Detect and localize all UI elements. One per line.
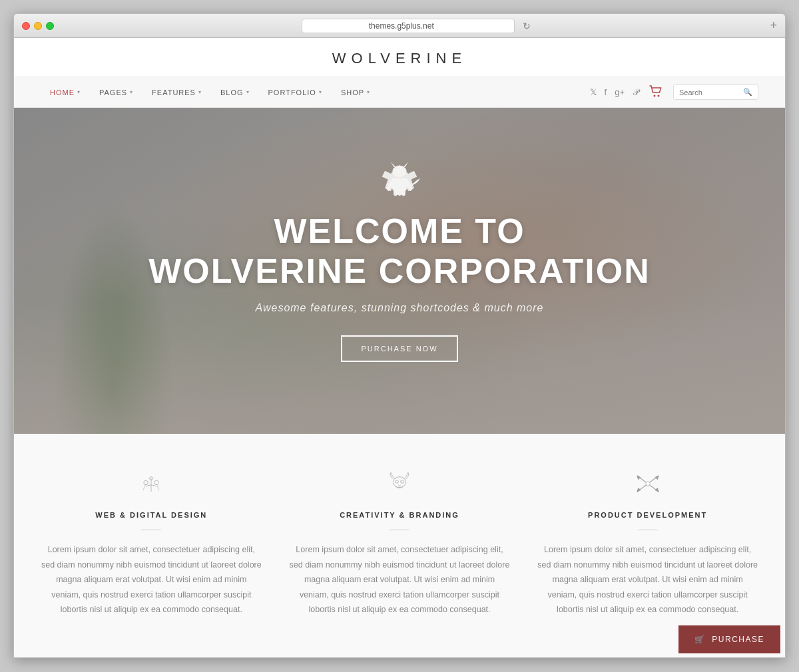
svg-rect-7 xyxy=(402,188,405,196)
browser-window: themes.g5plus.net ↻ + WOLVERINE HOME ▾ P… xyxy=(13,13,786,658)
nav-item-portfolio[interactable]: PORTFOLIO ▾ xyxy=(259,77,332,108)
social-links: 𝕏 f g+ 𝒫 xyxy=(590,87,639,98)
hero-title: WELCOME TO WOLVERINE CORPORATION xyxy=(14,212,785,291)
cart-icon-wrapper[interactable] xyxy=(649,85,663,100)
svg-point-11 xyxy=(393,477,405,488)
svg-point-0 xyxy=(654,94,656,96)
feature-title-web: WEB & DIGITAL DESIGN xyxy=(41,511,262,519)
svg-marker-18 xyxy=(637,488,641,492)
new-tab-button[interactable]: + xyxy=(770,19,777,33)
feature-divider-creativity xyxy=(390,530,409,530)
wolf-icon xyxy=(376,161,423,201)
svg-marker-17 xyxy=(655,476,659,480)
svg-point-20 xyxy=(645,482,649,486)
feature-product-dev: PRODUCT DEVELOPMENT Lorem ipsum dolor si… xyxy=(537,467,758,617)
web-design-icon xyxy=(41,467,262,500)
svg-point-5 xyxy=(396,172,403,177)
purchase-button[interactable]: 🛒 PURCHASE xyxy=(678,625,780,653)
product-dev-icon xyxy=(537,467,758,500)
minimize-button[interactable] xyxy=(34,22,42,30)
purchase-label: PURCHASE xyxy=(712,635,764,644)
svg-marker-16 xyxy=(637,476,641,480)
browser-titlebar: themes.g5plus.net ↻ + xyxy=(14,14,785,38)
svg-marker-19 xyxy=(655,488,659,492)
pinterest-icon[interactable]: 𝒫 xyxy=(633,87,639,98)
feature-text-product: Lorem ipsum dolor sit amet, consectetuer… xyxy=(537,542,758,617)
tools-icon xyxy=(632,472,664,496)
nav-links: HOME ▾ PAGES ▾ FEATURES ▾ BLOG ▾ PORTFOL… xyxy=(41,77,590,108)
feature-text-creativity: Lorem ipsum dolor sit amet, consectetuer… xyxy=(289,542,511,617)
hero-content: WELCOME TO WOLVERINE CORPORATION Awesome… xyxy=(14,108,785,362)
address-bar-area: themes.g5plus.net ↻ xyxy=(62,19,770,33)
chevron-down-icon: ▾ xyxy=(77,89,81,95)
nav-item-home[interactable]: HOME ▾ xyxy=(41,77,90,108)
chevron-down-icon: ▾ xyxy=(319,89,322,95)
search-input[interactable] xyxy=(679,88,739,96)
maximize-button[interactable] xyxy=(46,22,54,30)
googleplus-icon[interactable]: g+ xyxy=(615,87,625,97)
nav-item-pages[interactable]: PAGES ▾ xyxy=(90,77,142,108)
site-logo: WOLVERINE xyxy=(14,50,785,67)
purchase-now-button[interactable]: PURCHASE NOW xyxy=(341,335,457,362)
refresh-button[interactable]: ↻ xyxy=(523,21,531,31)
nav-item-shop[interactable]: SHOP ▾ xyxy=(332,77,380,108)
feature-divider-web xyxy=(141,530,161,530)
svg-point-13 xyxy=(401,480,404,483)
chevron-down-icon: ▾ xyxy=(198,89,202,95)
svg-point-1 xyxy=(658,94,660,96)
site-navigation: HOME ▾ PAGES ▾ FEATURES ▾ BLOG ▾ PORTFOL… xyxy=(14,77,785,108)
facebook-icon[interactable]: f xyxy=(605,87,607,97)
hero-subtitle: Awesome features, stunning shortcodes & … xyxy=(14,302,785,314)
site-header: WOLVERINE xyxy=(14,38,785,77)
cart-icon xyxy=(649,85,663,97)
window-controls xyxy=(22,22,54,30)
svg-rect-6 xyxy=(394,188,397,196)
creativity-icon xyxy=(289,467,511,500)
skull-icon xyxy=(384,472,415,496)
features-section: WEB & DIGITAL DESIGN Lorem ipsum dolor s… xyxy=(14,434,785,657)
search-icon: 🔍 xyxy=(743,88,752,96)
feature-text-web: Lorem ipsum dolor sit amet, consectetuer… xyxy=(41,542,262,617)
nav-item-blog[interactable]: BLOG ▾ xyxy=(211,77,259,108)
branch-icon xyxy=(135,472,167,496)
chevron-down-icon: ▾ xyxy=(246,89,250,95)
feature-web-design: WEB & DIGITAL DESIGN Lorem ipsum dolor s… xyxy=(41,467,262,617)
close-button[interactable] xyxy=(22,22,30,30)
chevron-down-icon: ▾ xyxy=(367,89,370,95)
search-box[interactable]: 🔍 xyxy=(673,84,758,100)
url-text: themes.g5plus.net xyxy=(369,21,434,31)
chevron-down-icon: ▾ xyxy=(130,89,133,95)
twitter-icon[interactable]: 𝕏 xyxy=(590,87,597,97)
svg-marker-3 xyxy=(391,162,397,168)
feature-creativity: CREATIVITY & BRANDING Lorem ipsum dolor … xyxy=(289,467,511,617)
wolf-logo xyxy=(14,161,785,204)
hero-section: WELCOME TO WOLVERINE CORPORATION Awesome… xyxy=(14,108,785,434)
svg-point-12 xyxy=(396,480,399,483)
feature-title-product: PRODUCT DEVELOPMENT xyxy=(537,511,758,519)
cart-purchase-icon: 🛒 xyxy=(694,635,706,644)
website-content: WOLVERINE HOME ▾ PAGES ▾ FEATURES ▾ BLOG xyxy=(14,38,785,657)
nav-item-features[interactable]: FEATURES ▾ xyxy=(142,77,211,108)
url-bar[interactable]: themes.g5plus.net xyxy=(302,19,515,33)
feature-divider-product xyxy=(638,530,658,530)
svg-marker-4 xyxy=(402,162,408,168)
feature-title-creativity: CREATIVITY & BRANDING xyxy=(289,511,511,519)
